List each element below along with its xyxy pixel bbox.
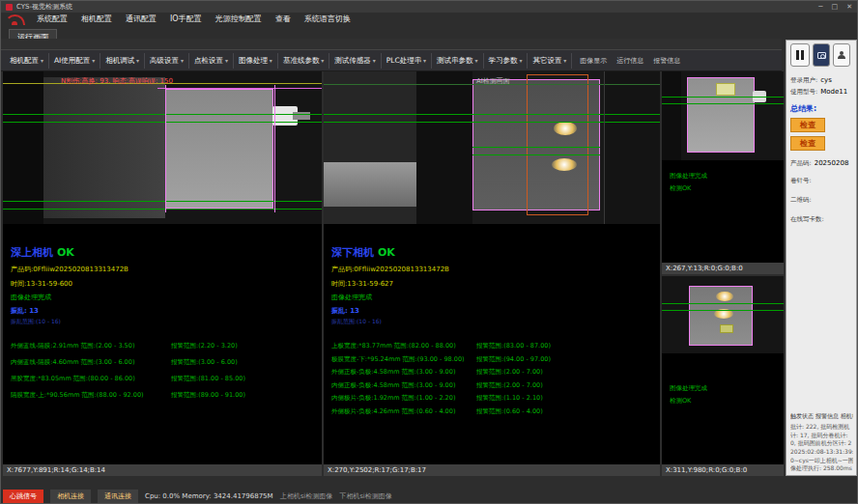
- jitter-range-text: 振乱范围:(10 - 16): [331, 318, 660, 326]
- toolbar-button-camera-debug[interactable]: 相机调试: [100, 53, 145, 69]
- upper-camera-results: 深上相机OK 产品码:0Ffliiw2025020813313472B 时间:1…: [3, 224, 322, 464]
- app-title: CYS-视觉检测系统: [16, 2, 72, 12]
- lower-camera-results: 深下相机OK 产品码:0Ffliiw2025020813313472B 时间:1…: [324, 224, 660, 464]
- measurement-row: 黑胶宽度:*83.05mm 范围:(80.00 - 86.00) 报警范围:(8…: [11, 375, 322, 383]
- toolbar: 相机配置 AI使用配置 相机调试 高级设置 点检设置 图像处理 基准线参数 测试…: [1, 49, 782, 71]
- product-code-text: 产品码:0Ffliiw2025020813313472B: [11, 265, 322, 274]
- tab-row: 运行画面: [1, 25, 782, 39]
- mini-tab-alarm[interactable]: 报警信息: [653, 56, 680, 66]
- product-code-text: 产品码:0Ffliiw2025020813313472B: [331, 265, 660, 274]
- alarm-range-text: 报警范围:(1.10 - 2.10): [476, 394, 543, 403]
- measurement-text: 内侧极片-负极:1.92mm 范围:(1.00 - 2.20): [331, 394, 476, 403]
- camera-result-header: 深上相机OK: [11, 245, 322, 260]
- alarm-range-text: 报警范围:(0.60 - 4.00): [476, 407, 543, 416]
- ok-status: OK: [57, 246, 74, 259]
- lower-cam-status-text: 下相机si检测图像: [339, 491, 392, 501]
- toolbar-button-test-params[interactable]: 测试串参数: [432, 53, 483, 69]
- model-value: Mode11: [820, 88, 847, 96]
- menu-bar: 系统配置 相机配置 通讯配置 IO手配置 光源控制配置 查看 系统语言切换: [1, 13, 782, 25]
- sidebar: 登录用户: cys 使用型号: Mode11 总结果: 检查 检查 产品码: 2…: [786, 40, 857, 476]
- toolbar-button-image-process[interactable]: 图像处理: [234, 53, 278, 69]
- maximize-button[interactable]: □: [832, 3, 839, 11]
- capture-button[interactable]: [813, 43, 830, 67]
- control-buttons: [790, 43, 853, 67]
- status-line: 检测OK: [670, 397, 784, 406]
- menu-item-view[interactable]: 查看: [269, 14, 298, 24]
- machine-body: [43, 77, 165, 218]
- green-guide-line: [324, 122, 660, 123]
- log-line: 像处理执行: 258.00ms: [790, 464, 853, 473]
- spacer-strip: [1, 39, 782, 49]
- heartbeat-status: 心跳信号: [3, 490, 43, 503]
- close-button[interactable]: ✕: [846, 3, 852, 11]
- product-code-value: 20250208: [815, 159, 849, 167]
- product-code-label: 产品码:: [790, 159, 812, 168]
- online-count-row: 在线写卡数:: [790, 215, 853, 224]
- login-user-value: cys: [820, 76, 832, 84]
- aux-camera-panel-1: 图像处理完成 检测OK X:267,Y:13;R:0;G:0;B:0: [662, 71, 784, 274]
- jitter-text: 振乱: 13: [331, 306, 660, 316]
- measurement-row: 内侧正极-负极:4.58mm 范围:(3.00 - 9.00) 报警范围:(2.…: [331, 381, 660, 390]
- user-button[interactable]: [833, 43, 850, 67]
- mini-tabs: 图像显示 运行信息 报警信息: [580, 56, 680, 66]
- minimize-button[interactable]: ─: [818, 3, 822, 11]
- upper-camera-image[interactable]: N割伤:高换: 93. 响态:高误响误: 150: [3, 71, 322, 224]
- green-guide-line: [662, 97, 784, 98]
- lower-camera-panel: AI检测画面 深下相机OK 产品码:0Ffliiw202502081331347…: [324, 71, 660, 476]
- measurement-text: 外侧正极-负极:4.58mm 范围:(3.00 - 9.00): [331, 368, 476, 377]
- measurement-list: 上极宽度:*83.77mm 范围:(82.00 - 88.00) 报警范围:(8…: [331, 342, 660, 416]
- model-label: 使用型号:: [790, 88, 817, 97]
- measurement-text: 外侧蓝线-隔膜:2.91mm 范围:(2.00 - 3.50): [11, 342, 171, 350]
- qrcode-label: 二维码:: [790, 196, 812, 205]
- green-guide-line: [662, 103, 784, 104]
- ai-view-label: AI检测画面: [476, 76, 510, 86]
- log-header: 触发状态 报警信息 相机状态: [790, 412, 853, 421]
- menu-item-system-config[interactable]: 系统配置: [30, 14, 74, 24]
- measurement-text: 内侧正极-负极:4.58mm 范围:(3.00 - 9.00): [331, 381, 476, 390]
- measurement-row: 外侧极片-负极:4.26mm 范围:(0.60 - 4.00) 报警范围:(0.…: [331, 407, 660, 416]
- measurement-text: 内侧蓝线-隔膜:4.60mm 范围:(3.00 - 6.00): [11, 358, 171, 367]
- pixel-coordinate-readout: X:267,Y:13;R:0;G:0;B:0: [662, 263, 784, 274]
- aux-camera-image-1[interactable]: [662, 71, 784, 160]
- camera-name: 深上相机: [11, 246, 53, 259]
- measurement-row: 极膜宽度-下:*95.24mm 范围:(93.00 - 98.00) 报警范围:…: [331, 355, 660, 364]
- status-line: 图像处理完成: [670, 384, 784, 393]
- needle-row: 卷针号:: [790, 177, 853, 185]
- measurement-row: 内侧蓝线-隔膜:4.60mm 范围:(3.00 - 6.00) 报警范围:(3.…: [11, 358, 322, 367]
- toolbar-button-plc[interactable]: PLC处理串: [382, 53, 432, 69]
- jitter-text: 振乱: 13: [11, 306, 322, 316]
- pause-icon: [796, 50, 804, 60]
- toolbar-button-advanced[interactable]: 高级设置: [145, 53, 189, 69]
- toolbar-button-spot-check[interactable]: 点检设置: [189, 53, 234, 69]
- mini-tab-image[interactable]: 图像显示: [580, 56, 607, 66]
- menu-item-comm-config[interactable]: 通讯配置: [119, 14, 163, 24]
- mini-tab-runinfo[interactable]: 运行信息: [616, 56, 644, 66]
- toolbar-button-ai-config[interactable]: AI使用配置: [49, 53, 100, 69]
- toolbar-button-camera-config[interactable]: 相机配置: [5, 53, 49, 69]
- time-text: 时间:13-31-59-600: [11, 279, 322, 289]
- lower-camera-image[interactable]: AI检测画面: [324, 71, 660, 224]
- toolbar-button-learn-params[interactable]: 学习参数: [484, 53, 529, 69]
- pixel-coordinate-readout: X:270,Y:2502;R:17;G:17;B:17: [324, 464, 660, 476]
- pause-button[interactable]: [790, 43, 810, 67]
- measurement-row: 上极宽度:*83.77mm 范围:(82.00 - 88.00) 报警范围:(8…: [331, 342, 660, 350]
- toolbar-button-baseline-params[interactable]: 基准线参数: [278, 53, 329, 69]
- alarm-range-text: 报警范围:(2.00 - 7.00): [476, 368, 543, 377]
- alarm-range-text: 报警范围:(83.00 - 87.00): [476, 342, 551, 350]
- green-guide-line: [324, 114, 660, 115]
- aux-camera-image-2[interactable]: [662, 276, 784, 353]
- green-guide-line: [472, 147, 600, 148]
- menu-item-camera-config[interactable]: 相机配置: [74, 14, 119, 24]
- menu-item-io-config[interactable]: IO手配置: [163, 14, 209, 24]
- bright-rail: [324, 162, 416, 207]
- measurement-row: 隔膜宽度-上:*90.56mm 范围:(88.00 - 92.00) 报警范围:…: [11, 391, 322, 400]
- alarm-range-text: 报警范围:(2.20 - 3.20): [171, 342, 238, 350]
- camera-link-status: 相机连接: [50, 490, 91, 503]
- menu-item-language[interactable]: 系统语言切换: [298, 14, 358, 24]
- toolbar-button-test-sensor[interactable]: 测试传感器: [329, 53, 381, 69]
- log-panel: 触发状态 报警信息 相机状态 批计: 222, 批码检测机 计: 17, 批码分…: [790, 412, 853, 473]
- toolbar-button-other[interactable]: 其它设置: [528, 53, 572, 69]
- menu-item-light-config[interactable]: 光源控制配置: [209, 14, 269, 24]
- cpu-memory-text: Cpu: 0.0% Memory: 3424.41796875M: [145, 492, 273, 500]
- upper-cam-status-text: 上相机si检测图像: [280, 491, 333, 501]
